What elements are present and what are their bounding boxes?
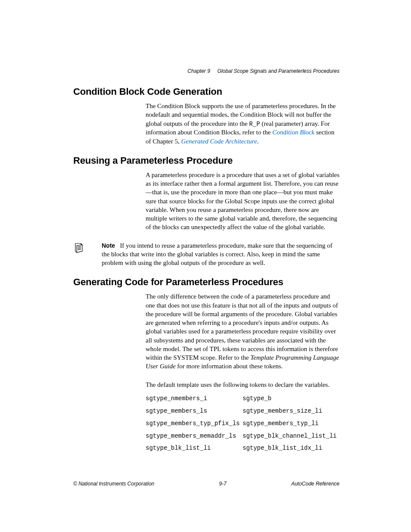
token-cell: sgtype_members_typ_pfix_ls xyxy=(146,417,243,430)
table-row: sgtype_members_typ_pfix_lssgtype_members… xyxy=(146,417,339,430)
note-block: Note If you intend to reuse a parameterl… xyxy=(73,241,339,268)
inline-code-rp: R_P xyxy=(249,121,260,128)
content-area: Condition Block Code Generation The Cond… xyxy=(73,86,339,454)
note-label: Note xyxy=(102,242,115,249)
table-row: sgtype_members_memaddr_lssgtype_blk_chan… xyxy=(146,430,339,442)
page-footer: © National Instruments Corporation 9-7 A… xyxy=(73,481,339,487)
token-cell: sgtype_members_size_li xyxy=(243,405,339,417)
paragraph-generating-1: The only difference between the code of … xyxy=(146,292,339,370)
paragraph-reusing: A parameterless procedure is a procedure… xyxy=(146,171,339,232)
note-body: If you intend to reuse a parameterless p… xyxy=(102,242,333,267)
link-condition-block[interactable]: Condition Block xyxy=(272,129,314,136)
running-header: Chapter 9 Global Scope Signals and Param… xyxy=(187,68,339,74)
token-cell: sgtype_blk_list_idx_li xyxy=(243,442,339,454)
token-table: sgtype_nmembers_isgtype_b sgtype_members… xyxy=(146,392,339,454)
note-text: Note If you intend to reuse a parameterl… xyxy=(102,241,339,268)
heading-condition-block: Condition Block Code Generation xyxy=(73,86,339,97)
footer-right: AutoCode Reference xyxy=(291,481,339,487)
token-cell: sgtype_nmembers_i xyxy=(146,392,243,405)
token-cell: sgtype_members_ls xyxy=(146,405,243,417)
header-chapter-title: Global Scope Signals and Parameterless P… xyxy=(218,68,340,74)
paragraph-condition-block: The Condition Block supports the use of … xyxy=(146,102,339,146)
header-chapter: Chapter 9 xyxy=(187,68,210,74)
note-icon xyxy=(73,242,84,253)
page: Chapter 9 Global Scope Signals and Param… xyxy=(0,0,411,532)
token-cell: sgtype_blk_channel_list_li xyxy=(243,430,339,442)
token-cell: sgtype_blk_list_li xyxy=(146,442,243,454)
token-cell: sgtype_members_typ_li xyxy=(243,417,339,430)
table-row: sgtype_members_lssgtype_members_size_li xyxy=(146,405,339,417)
link-generated-code-architecture[interactable]: Generated Code Architecture xyxy=(181,138,257,145)
table-row: sgtype_blk_list_lisgtype_blk_list_idx_li xyxy=(146,442,339,454)
footer-left: © National Instruments Corporation xyxy=(73,481,154,487)
footer-page-number: 9-7 xyxy=(154,481,291,487)
heading-reusing: Reusing a Parameterless Procedure xyxy=(73,155,339,166)
paragraph-generating-2: The default template uses the following … xyxy=(146,380,339,389)
table-row: sgtype_nmembers_isgtype_b xyxy=(146,392,339,405)
heading-generating: Generating Code for Parameterless Proced… xyxy=(73,277,339,288)
token-cell: sgtype_b xyxy=(243,392,339,405)
token-table-wrap: sgtype_nmembers_isgtype_b sgtype_members… xyxy=(146,392,339,454)
token-cell: sgtype_members_memaddr_ls xyxy=(146,430,243,442)
